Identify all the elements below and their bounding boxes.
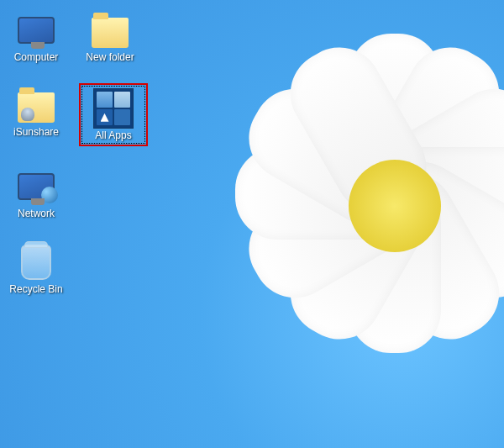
computer-label: Computer (14, 52, 59, 63)
folder-user-icon (18, 92, 55, 123)
desktop[interactable]: Computer New folder iSunshare A (0, 0, 504, 448)
recycle-bin-icon[interactable]: Recycle Bin (5, 240, 67, 297)
all-apps-label: All Apps (95, 130, 131, 141)
new-folder-icon[interactable]: New folder (79, 8, 141, 65)
recycle-bin-label: Recycle Bin (9, 284, 62, 295)
all-apps-icon[interactable]: All Apps (82, 87, 144, 143)
computer-icon[interactable]: Computer (5, 8, 67, 65)
folder-icon (92, 18, 129, 48)
bin-icon (21, 245, 51, 280)
network-label: Network (18, 208, 55, 219)
monitor-icon (18, 17, 55, 44)
new-folder-label: New folder (86, 52, 134, 63)
isunshare-icon[interactable]: iSunshare (5, 83, 67, 146)
all-apps-toolbar-icon (93, 88, 134, 129)
wallpaper-flower (235, 34, 504, 353)
monitor-network-icon (18, 173, 55, 200)
isunshare-label: iSunshare (13, 127, 59, 138)
annotation-highlight: All Apps (79, 83, 148, 146)
desktop-icon-grid: Computer New folder iSunshare A (5, 8, 148, 297)
network-icon[interactable]: Network (5, 165, 67, 221)
